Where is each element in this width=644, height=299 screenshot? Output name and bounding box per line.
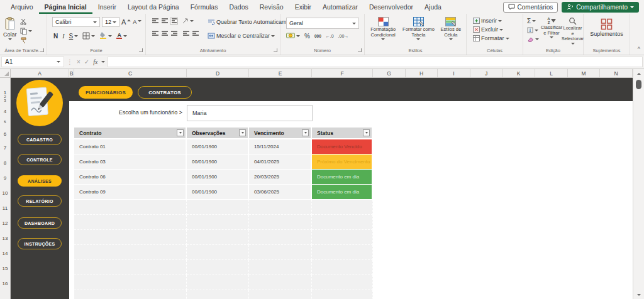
column-header-a[interactable]: A (11, 69, 69, 77)
accounting-format-button[interactable] (286, 33, 300, 40)
empty-cell[interactable] (74, 245, 187, 260)
column-header-b[interactable]: B (69, 69, 74, 77)
row-header-11[interactable]: 11 (0, 205, 10, 211)
number-dialog-launcher[interactable] (358, 48, 362, 52)
font-size-select[interactable]: 12 (102, 17, 119, 27)
clipboard-dialog-launcher[interactable] (40, 48, 44, 52)
scroll-down-button[interactable] (633, 290, 644, 299)
confirm-entry-icon[interactable]: ✓ (84, 58, 89, 65)
sidebar-button-instrucoes[interactable]: INSTRUÇÕES (18, 238, 62, 249)
alignment-dialog-launcher[interactable] (274, 48, 277, 52)
decrease-decimal-button[interactable]: .00→ (338, 34, 349, 38)
cell-styles-button[interactable]: Estilos de Célula (436, 17, 465, 40)
empty-cell[interactable] (74, 260, 187, 275)
menu-tab-automatizar[interactable]: Automatizar (317, 0, 364, 14)
table-header-contrato[interactable]: Contrato (74, 128, 187, 139)
sidebar-button-dashboard[interactable]: DASHBOARD (18, 217, 62, 229)
fill-color-button[interactable] (99, 31, 112, 40)
collapse-ribbon-button[interactable]: ^ (638, 46, 640, 52)
cancel-entry-icon[interactable]: × (77, 58, 80, 65)
empty-cell[interactable] (187, 275, 249, 290)
menu-tab-layout-da-pagina[interactable]: Layout da Página (122, 0, 185, 14)
menu-tab-dados[interactable]: Dados (223, 0, 253, 14)
filter-dropdown-button[interactable] (363, 129, 370, 136)
copy-button[interactable] (20, 28, 32, 35)
observations-cell[interactable]: 00/01/1900 (187, 185, 249, 200)
empty-cell[interactable] (74, 215, 187, 230)
empty-cell[interactable] (187, 200, 249, 215)
due-date-cell[interactable]: 03/06/2025 (249, 185, 312, 200)
column-header-c[interactable]: C (74, 69, 187, 77)
empty-cell[interactable] (74, 290, 187, 299)
menu-tab-revisao[interactable]: Revisão (254, 0, 289, 14)
name-box[interactable]: A1 (1, 57, 64, 67)
increase-font-button[interactable]: A (121, 17, 131, 27)
bold-button[interactable]: N (53, 33, 58, 40)
empty-cell[interactable] (74, 275, 187, 290)
empty-cell[interactable] (187, 290, 249, 299)
row-header-7[interactable]: 7 (0, 145, 10, 151)
empty-cell[interactable] (312, 230, 373, 245)
align-bottom-button[interactable] (170, 18, 178, 24)
empty-cell[interactable] (312, 260, 373, 275)
comments-button[interactable]: Comentários (503, 2, 558, 13)
empty-cell[interactable] (249, 215, 312, 230)
share-button[interactable]: Compartilhamento (562, 2, 639, 13)
formula-input[interactable] (108, 57, 643, 67)
row-header-13[interactable]: 13 (0, 236, 10, 241)
status-cell[interactable]: Documento Vencido (312, 139, 373, 155)
row-header-9[interactable]: 9 (0, 175, 10, 181)
menu-tab-formulas[interactable]: Fórmulas (185, 0, 224, 14)
borders-button[interactable] (82, 32, 95, 40)
empty-cell[interactable] (187, 245, 249, 260)
align-center-button[interactable] (160, 30, 169, 37)
select-all-corner[interactable] (0, 69, 11, 77)
increase-decimal-button[interactable]: ←.0 (326, 34, 334, 38)
empty-cell[interactable] (187, 260, 249, 275)
row-header-6[interactable]: 6 (0, 131, 10, 137)
sort-filter-button[interactable]: AZ Classificar e Filtrar (541, 17, 562, 38)
cut-icon[interactable] (20, 18, 28, 25)
column-header-f[interactable]: F (312, 69, 373, 77)
column-header-n[interactable]: N (600, 69, 633, 77)
column-header-j[interactable]: J (470, 69, 502, 77)
column-header-m[interactable]: M (568, 69, 600, 77)
contract-cell[interactable]: Contrato 03 (74, 155, 187, 170)
clear-button[interactable] (527, 36, 539, 42)
underline-button[interactable]: S (69, 33, 79, 40)
nav-tab-contratos[interactable]: CONTRATOS (138, 86, 192, 99)
menu-tab-exibir[interactable]: Exibir (289, 0, 317, 14)
status-cell[interactable]: Próximo do Vencimento (312, 155, 373, 170)
insert-cells-button[interactable]: Inserir (473, 18, 523, 24)
status-cell[interactable]: Documento em dia (312, 185, 373, 200)
due-date-cell[interactable]: 15/11/2024 (249, 139, 312, 155)
row-header-5[interactable]: 5 (0, 120, 10, 124)
due-date-cell[interactable]: 20/03/2025 (249, 170, 312, 185)
filter-dropdown-button[interactable] (177, 129, 184, 136)
row-header-15[interactable]: 15 (0, 266, 10, 271)
due-date-cell[interactable]: 04/01/2025 (249, 155, 312, 170)
observations-cell[interactable]: 00/01/1900 (187, 155, 249, 170)
column-header-e[interactable]: E (249, 69, 312, 77)
filter-dropdown-button[interactable] (302, 129, 309, 136)
scrollbar-thumb[interactable] (636, 80, 641, 89)
table-header-status[interactable]: Status (312, 128, 373, 139)
conditional-formatting-button[interactable]: Formatação Condicional (365, 17, 401, 40)
empty-cell[interactable] (74, 200, 187, 215)
column-header-h[interactable]: H (406, 69, 438, 77)
align-middle-button[interactable] (160, 18, 169, 24)
empty-cell[interactable] (312, 290, 373, 299)
nav-tab-funcionarios[interactable]: FUNCIONÁRIOS (79, 86, 133, 99)
sidebar-button-cadastro[interactable]: CADASTRO (18, 134, 62, 145)
vertical-scrollbar[interactable] (633, 69, 644, 299)
align-left-button[interactable] (151, 30, 159, 37)
contract-cell[interactable]: Contrato 01 (74, 139, 187, 155)
merge-center-button[interactable]: Mesclar e Centralizar (208, 33, 275, 39)
empty-cell[interactable] (249, 290, 312, 299)
observations-cell[interactable]: 00/01/1900 (187, 170, 249, 185)
row-header-3[interactable]: 3 (0, 99, 10, 102)
align-right-button[interactable] (170, 30, 178, 37)
insert-function-icon[interactable]: fx (93, 58, 97, 65)
menu-tab-arquivo[interactable]: Arquivo (5, 0, 39, 14)
column-header-g[interactable]: G (373, 69, 406, 77)
